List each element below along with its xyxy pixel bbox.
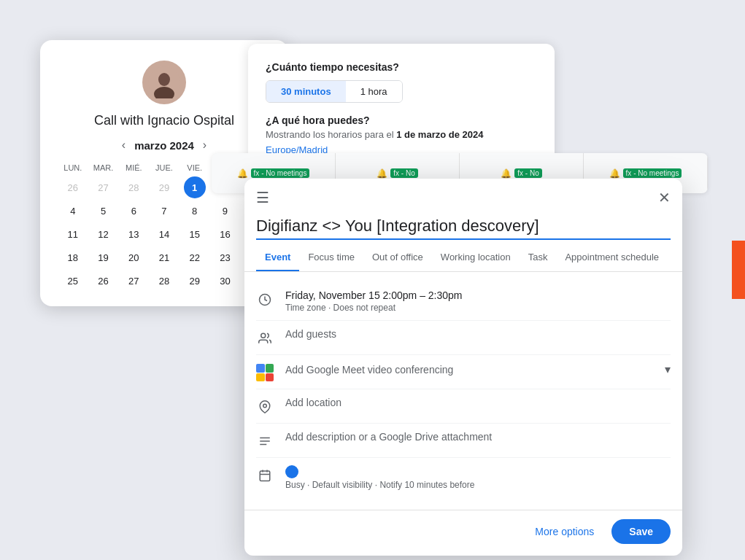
svg-point-4	[261, 333, 266, 338]
location-row[interactable]: Add location	[256, 389, 671, 424]
location-icon	[256, 398, 274, 416]
calendar-day[interactable]: 15	[184, 223, 206, 245]
calendar-day[interactable]: 19	[93, 246, 115, 268]
calendar-day[interactable]: 18	[62, 246, 84, 268]
date-time-row[interactable]: Friday, November 15 2:00pm – 2:30pm Time…	[256, 282, 671, 321]
event-type-tabs: Event Focus time Out of office Working l…	[244, 244, 682, 272]
time-question2: ¿A qué hora puedes?	[266, 114, 537, 126]
dialog-header: ☰ ✕	[244, 179, 682, 206]
calendar-day[interactable]: 12	[93, 223, 115, 245]
dialog-footer: More options Save	[244, 510, 682, 556]
tab-appointment-schedule[interactable]: Appointment schedule	[556, 244, 668, 271]
dialog-body: Friday, November 15 2:00pm – 2:30pm Time…	[244, 275, 682, 510]
scheduling-panel: ¿Cuánto tiempo necesitas? 30 minutos 1 h…	[248, 44, 555, 167]
tab-focus-time[interactable]: Focus time	[299, 244, 363, 271]
calendar-day[interactable]: 8	[184, 200, 206, 222]
calendar-day[interactable]: 16	[214, 223, 236, 245]
event-dialog: ☰ ✕ Event Focus time Out of office Worki…	[244, 179, 682, 556]
calendar-day[interactable]: 6	[123, 200, 144, 222]
calendar-weeks: 2627282912345678910111213141516171819202…	[58, 176, 271, 292]
calendar-day[interactable]: 27	[93, 176, 115, 198]
calendar-day[interactable]: 28	[123, 176, 144, 198]
svg-point-9	[263, 404, 267, 408]
calendar-week: 11121314151617	[58, 223, 271, 245]
calendar-day[interactable]: 20	[123, 246, 144, 268]
svg-rect-5	[256, 364, 265, 373]
calendar-day[interactable]: 23	[214, 246, 236, 268]
guests-placeholder: Add guests	[285, 328, 671, 340]
btn-30min[interactable]: 30 minutos	[266, 81, 346, 102]
calendar-day[interactable]: 21	[153, 246, 175, 268]
btn-1hr[interactable]: 1 hora	[346, 81, 402, 102]
calendar-status-row[interactable]: Busy · Default visibility · Notify 10 mi…	[256, 458, 671, 498]
calendar-day[interactable]: 26	[62, 176, 84, 198]
calendar-day[interactable]: 11	[62, 223, 84, 245]
svg-rect-13	[260, 471, 270, 481]
guests-icon	[256, 330, 274, 347]
tab-out-of-office[interactable]: Out of office	[363, 244, 432, 271]
close-button[interactable]: ✕	[658, 190, 671, 205]
calendar-day[interactable]: 29	[184, 270, 206, 292]
guests-row[interactable]: Add guests	[256, 321, 671, 355]
menu-icon[interactable]: ☰	[256, 189, 269, 206]
calendar-icon	[256, 467, 274, 484]
toggle-indicator[interactable]	[285, 465, 298, 478]
date-time-sub: Time zone · Does not repeat	[285, 303, 671, 313]
more-options-button[interactable]: More options	[526, 520, 603, 543]
description-icon	[256, 432, 274, 450]
calendar-day[interactable]: 27	[123, 270, 144, 292]
prev-month-button[interactable]: ‹	[122, 139, 126, 152]
calendar-day[interactable]: 28	[153, 270, 175, 292]
calendar-day[interactable]: 25	[62, 270, 84, 292]
meet-icon	[256, 364, 274, 381]
event-title-input[interactable]	[256, 214, 671, 240]
meet-label: Add Google Meet video conferencing	[285, 364, 657, 376]
date-time-value: Friday, November 15 2:00pm – 2:30pm	[285, 289, 671, 301]
calendar-day[interactable]: 29	[153, 176, 175, 198]
description-placeholder: Add description or a Google Drive attach…	[285, 431, 671, 443]
avatar	[142, 61, 186, 104]
save-button[interactable]: Save	[611, 519, 671, 544]
meet-row[interactable]: Add Google Meet video conferencing ▾	[256, 355, 671, 389]
description-row[interactable]: Add description or a Google Drive attach…	[256, 424, 671, 458]
location-placeholder: Add location	[285, 397, 671, 408]
calendar-sub: Busy · Default visibility · Notify 10 mi…	[285, 480, 671, 490]
time-buttons: 30 minutos 1 hora	[266, 80, 403, 103]
calendar-day[interactable]: 14	[153, 223, 175, 245]
clock-icon	[256, 291, 274, 308]
calendar-day[interactable]: 22	[184, 246, 206, 268]
tab-event[interactable]: Event	[256, 244, 299, 271]
calendar-week: 25262728293031	[58, 270, 271, 292]
calendar-day[interactable]: 4	[62, 200, 84, 222]
svg-rect-7	[256, 373, 265, 381]
calendar-day[interactable]: 26	[93, 270, 115, 292]
time-question: ¿Cuánto tiempo necesitas?	[266, 61, 537, 73]
time-sub: Mostrando los horarios para el 1 de marz…	[266, 129, 537, 140]
calendar-week: 18192021222324	[58, 246, 271, 268]
tab-task[interactable]: Task	[520, 244, 557, 271]
tab-working-location[interactable]: Working location	[432, 244, 520, 271]
calendar-week: 45678910	[58, 200, 271, 222]
meet-dropdown-icon[interactable]: ▾	[665, 362, 671, 376]
calendar-day[interactable]: 5	[93, 200, 115, 222]
svg-rect-6	[266, 364, 274, 373]
next-month-button[interactable]: ›	[203, 139, 206, 152]
calendar-card-title: Call with Ignacio Ospital	[58, 113, 271, 128]
month-label: marzo 2024	[134, 139, 194, 152]
calendar-day[interactable]: 7	[153, 200, 175, 222]
calendar-day[interactable]: 30	[214, 270, 236, 292]
calendar-day[interactable]: 9	[214, 200, 236, 222]
svg-rect-8	[266, 373, 274, 381]
calendar-day[interactable]: 13	[123, 223, 144, 245]
orange-accent	[732, 241, 745, 299]
svg-point-1	[158, 73, 170, 86]
calendar-day[interactable]: 1	[184, 176, 206, 198]
